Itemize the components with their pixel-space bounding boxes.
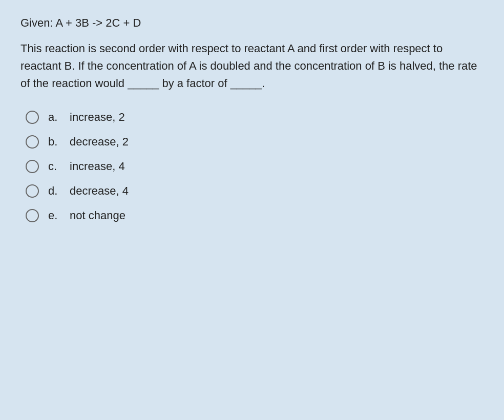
option-text-d: decrease, 4 xyxy=(70,184,129,198)
given-text: Given: A + 3B -> 2C + D xyxy=(20,16,141,29)
option-label-a: a. xyxy=(48,111,60,124)
option-text-c: increase, 4 xyxy=(70,160,125,173)
radio-c[interactable] xyxy=(26,160,39,173)
options-list: a.increase, 2b.decrease, 2c.increase, 4d… xyxy=(26,111,484,222)
main-container: Given: A + 3B -> 2C + D This reaction is… xyxy=(0,0,504,239)
option-label-c: c. xyxy=(48,160,60,173)
option-text-b: decrease, 2 xyxy=(70,135,129,149)
option-item-d[interactable]: d.decrease, 4 xyxy=(26,184,484,198)
radio-d[interactable] xyxy=(26,184,39,198)
option-label-b: b. xyxy=(48,135,60,149)
option-item-a[interactable]: a.increase, 2 xyxy=(26,111,484,124)
given-line: Given: A + 3B -> 2C + D xyxy=(20,16,484,30)
radio-b[interactable] xyxy=(26,135,39,149)
option-label-e: e. xyxy=(48,209,60,222)
option-item-c[interactable]: c.increase, 4 xyxy=(26,160,484,173)
option-item-b[interactable]: b.decrease, 2 xyxy=(26,135,484,149)
radio-a[interactable] xyxy=(26,111,39,124)
radio-e[interactable] xyxy=(26,209,39,222)
option-text-a: increase, 2 xyxy=(70,111,125,124)
option-text-e: not change xyxy=(70,209,125,222)
option-item-e[interactable]: e.not change xyxy=(26,209,484,222)
question-text: This reaction is second order with respe… xyxy=(20,40,484,92)
option-label-d: d. xyxy=(48,184,60,198)
